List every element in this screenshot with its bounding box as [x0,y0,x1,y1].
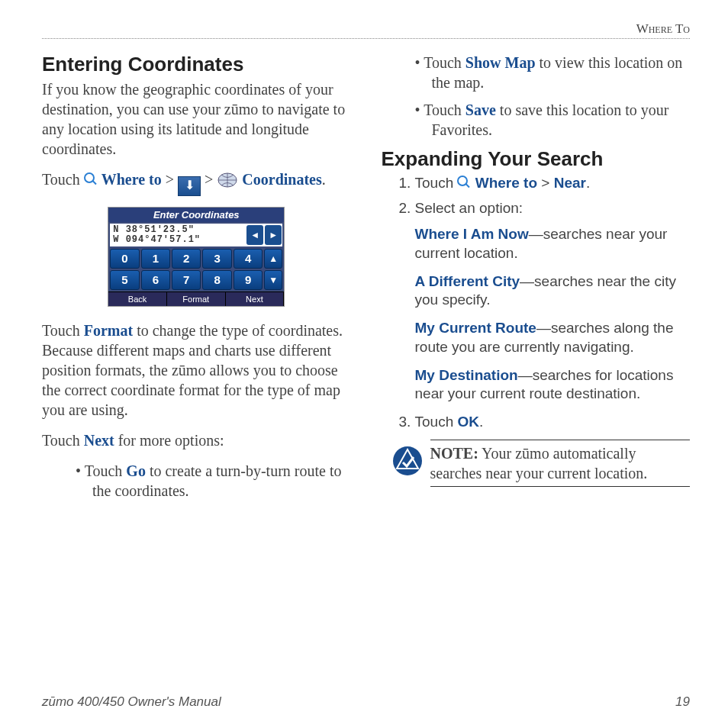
key-9[interactable]: 9 [234,270,263,290]
key-7[interactable]: 7 [172,270,201,290]
checkmark-triangle-icon [392,446,423,476]
longitude-value: W 094°47'57.1" [113,235,243,245]
key-8[interactable]: 8 [202,270,231,290]
note-label: NOTE: [430,445,478,462]
option-different-city: A Different City—searches near the city … [415,272,691,310]
device-format-button[interactable]: Format [167,292,226,306]
device-back-button[interactable]: Back [108,292,167,306]
heading-expanding-search: Expanding Your Search [382,147,691,171]
option-my-destination: My Destination—searches for locations ne… [415,366,691,404]
key-5[interactable]: 5 [110,270,139,290]
running-head: Where To [42,21,690,39]
bullet-save: Touch Save to save this location to your… [398,100,691,140]
globe-grid-icon [217,171,238,189]
footer-manual-title: zūmo 400/450 Owner's Manual [42,694,221,710]
step-2: Select an option: [415,199,691,218]
bullet-go: Touch Go to create a turn-by-turn route … [59,461,351,501]
device-title: Enter Coordinates [108,208,284,222]
bullet-show-map: Touch Show Map to view this location on … [398,53,691,92]
key-up[interactable]: ▲ [264,249,282,269]
key-0[interactable]: 0 [110,249,139,269]
cursor-right-button[interactable]: ► [265,225,282,245]
enter-coordinates-screenshot: Enter Coordinates N 38°51'23.5" W 094°47… [108,207,285,307]
page-number: 19 [675,694,690,710]
key-6[interactable]: 6 [141,270,170,290]
option-current-route: My Current Route—searches along the rout… [415,319,691,356]
option-where-i-am: Where I Am Now—searches near your curren… [415,225,691,263]
key-2[interactable]: 2 [172,249,201,269]
next-paragraph: Touch Next for more options: [42,430,351,450]
key-3[interactable]: 3 [202,249,231,269]
breadcrumb-instruction: Touch Where to > ⬇ > Coordinates. [42,169,351,196]
step-1: Touch Where to > Near. [415,174,691,193]
cursor-left-button[interactable]: ◄ [246,225,263,245]
intro-paragraph: If you know the geographic coordinates o… [42,79,351,159]
key-1[interactable]: 1 [141,249,170,269]
key-down[interactable]: ▼ [264,270,282,290]
device-next-button[interactable]: Next [226,292,285,306]
magnify-icon [84,172,98,186]
heading-entering-coordinates: Entering Coordinates [42,53,351,76]
step-3: Touch OK. [415,413,691,432]
down-arrow-icon: ⬇ [178,176,201,196]
magnify-icon [457,176,471,189]
key-4[interactable]: 4 [234,249,263,269]
format-paragraph: Touch Format to change the type of coord… [42,321,351,420]
note-box: NOTE: Your zūmo automatically searches n… [392,440,691,487]
